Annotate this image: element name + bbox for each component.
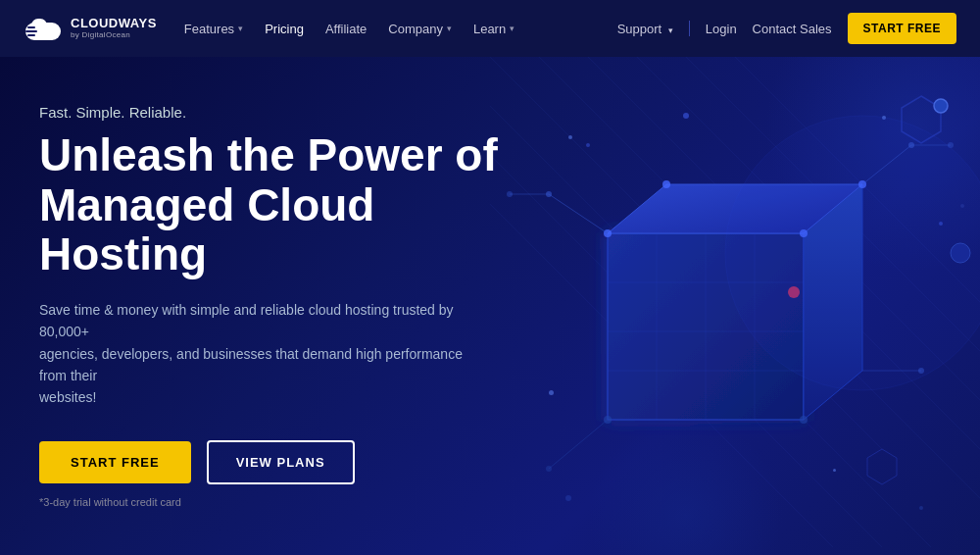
nav-left: CLOUDWAYS by DigitalOcean Features ▾ Pri… (24, 13, 514, 44)
chevron-down-icon: ▾ (668, 25, 673, 35)
logo[interactable]: CLOUDWAYS by DigitalOcean (24, 13, 157, 44)
svg-point-51 (919, 506, 923, 510)
brand-sub: by DigitalOcean (71, 31, 157, 40)
hero-start-free-button[interactable]: START FREE (39, 441, 191, 483)
chevron-down-icon: ▾ (238, 24, 243, 33)
nav-links: Features ▾ Pricing Affiliate Company ▾ (184, 22, 514, 36)
chevron-down-icon: ▾ (510, 24, 514, 33)
nav-support-link[interactable]: Support ▾ (617, 22, 673, 36)
svg-point-26 (662, 180, 670, 188)
svg-line-39 (549, 420, 608, 469)
svg-point-50 (565, 495, 571, 501)
nav-login-link[interactable]: Login (706, 22, 737, 36)
hero-title: Unleash the Power ofManaged Cloud Hostin… (39, 130, 549, 279)
nav-start-free-button[interactable]: START FREE (848, 13, 956, 44)
nav-item-affiliate[interactable]: Affiliate (325, 22, 367, 36)
svg-point-28 (800, 416, 808, 424)
hero-illustration (490, 57, 980, 555)
nav-divider (689, 21, 690, 36)
svg-point-47 (683, 113, 689, 119)
svg-rect-3 (25, 30, 37, 32)
svg-rect-1 (31, 19, 47, 32)
chevron-down-icon: ▾ (447, 24, 452, 33)
logo-icon (24, 13, 63, 44)
hero-section: Fast. Simple. Reliable. Unleash the Powe… (0, 57, 980, 555)
nav-item-features[interactable]: Features ▾ (184, 22, 243, 36)
brand-name: CLOUDWAYS (71, 17, 157, 30)
nav-item-pricing[interactable]: Pricing (265, 22, 304, 36)
logo-text: CLOUDWAYS by DigitalOcean (71, 17, 157, 39)
nav-item-company[interactable]: Company ▾ (388, 22, 452, 36)
svg-line-29 (549, 194, 608, 233)
trial-note: *3-day trial without credit card (39, 496, 549, 508)
hero-description: Save time & money with simple and reliab… (39, 299, 490, 409)
hero-subtitle: Fast. Simple. Reliable. (39, 104, 549, 121)
hero-view-plans-button[interactable]: VIEW PLANS (207, 440, 355, 484)
isometric-graphic (490, 57, 980, 555)
svg-rect-4 (27, 34, 35, 36)
svg-point-48 (586, 143, 590, 147)
svg-point-43 (934, 99, 948, 113)
hero-content: Fast. Simple. Reliable. Unleash the Powe… (0, 104, 549, 508)
nav-right: Support ▾ Login Contact Sales START FREE (617, 13, 956, 44)
svg-point-49 (939, 222, 943, 226)
navbar: CLOUDWAYS by DigitalOcean Features ▾ Pri… (0, 0, 980, 57)
svg-marker-42 (867, 449, 897, 484)
svg-rect-2 (27, 26, 35, 28)
nav-item-learn[interactable]: Learn ▾ (473, 22, 514, 36)
hero-buttons: START FREE VIEW PLANS (39, 440, 549, 484)
nav-contact-link[interactable]: Contact Sales (753, 22, 832, 36)
